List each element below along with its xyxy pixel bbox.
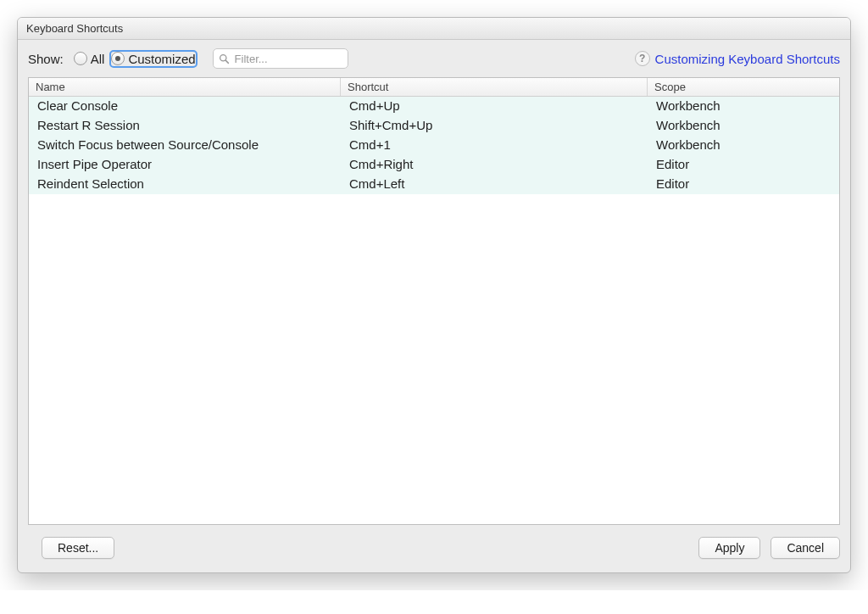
apply-button[interactable]: Apply	[698, 537, 760, 559]
cell-name: Restart R Session	[29, 116, 341, 136]
col-header-name[interactable]: Name	[29, 78, 341, 96]
cell-scope: Editor	[648, 175, 839, 194]
show-label: Show:	[28, 52, 64, 66]
cell-shortcut: Cmd+Right	[341, 155, 648, 175]
cell-shortcut: Cmd+Left	[341, 175, 648, 194]
cell-name: Insert Pipe Operator	[29, 155, 341, 175]
table-row[interactable]: Restart R SessionShift+Cmd+UpWorkbench	[29, 116, 839, 136]
cell-shortcut: Shift+Cmd+Up	[341, 116, 648, 136]
filter-box[interactable]	[213, 48, 348, 69]
window-titlebar: Keyboard Shortcuts	[18, 18, 850, 40]
cell-shortcut: Cmd+1	[341, 136, 648, 155]
table-body: Clear ConsoleCmd+UpWorkbenchRestart R Se…	[29, 97, 839, 194]
help-link[interactable]: ? Customizing Keyboard Shortcuts	[635, 51, 840, 66]
dialog-footer: Reset... Apply Cancel	[18, 525, 850, 572]
table-header: Name Shortcut Scope	[29, 78, 839, 97]
radio-customized-label: Customized	[128, 52, 195, 66]
cell-name: Reindent Selection	[29, 175, 341, 194]
cancel-button[interactable]: Cancel	[771, 537, 840, 559]
radio-icon	[74, 52, 87, 65]
table-row[interactable]: Reindent SelectionCmd+LeftEditor	[29, 175, 839, 194]
help-link-label: Customizing Keyboard Shortcuts	[655, 52, 840, 66]
cell-scope: Workbench	[648, 136, 839, 155]
help-icon: ?	[635, 51, 650, 66]
cell-shortcut: Cmd+Up	[341, 97, 648, 116]
cell-scope: Workbench	[648, 116, 839, 136]
col-header-shortcut[interactable]: Shortcut	[341, 78, 648, 96]
radio-customized[interactable]: Customized	[109, 50, 197, 68]
radio-icon	[111, 52, 125, 65]
table-row[interactable]: Switch Focus between Source/ConsoleCmd+1…	[29, 136, 839, 155]
cell-scope: Workbench	[648, 97, 839, 116]
reset-button[interactable]: Reset...	[42, 537, 114, 559]
table-row[interactable]: Insert Pipe OperatorCmd+RightEditor	[29, 155, 839, 175]
filter-input[interactable]	[233, 52, 342, 66]
cell-name: Clear Console	[29, 97, 341, 116]
radio-all-label: All	[91, 52, 105, 66]
toolbar: Show: All Customized ? Customizing Keybo…	[18, 40, 850, 77]
search-icon	[219, 53, 230, 64]
svg-line-1	[225, 60, 228, 63]
window-title: Keyboard Shortcuts	[26, 22, 123, 35]
dialog-window: Keyboard Shortcuts Show: All Customized …	[17, 17, 851, 573]
radio-all[interactable]: All	[72, 50, 107, 68]
col-header-scope[interactable]: Scope	[648, 78, 839, 96]
show-radio-group: All Customized	[72, 50, 198, 68]
shortcuts-table: Name Shortcut Scope Clear ConsoleCmd+UpW…	[28, 77, 840, 525]
cell-scope: Editor	[648, 155, 839, 175]
table-row[interactable]: Clear ConsoleCmd+UpWorkbench	[29, 97, 839, 116]
cell-name: Switch Focus between Source/Console	[29, 136, 341, 155]
